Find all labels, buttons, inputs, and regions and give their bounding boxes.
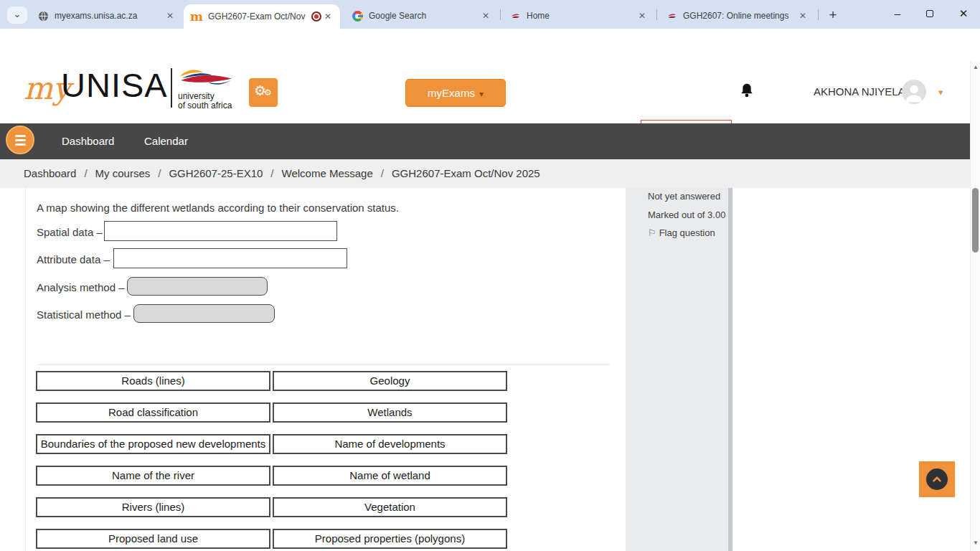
tab-title: myexams.unisa.ac.za <box>55 11 159 21</box>
unisa-flame-logo-icon <box>176 67 234 91</box>
inner-scrollbar[interactable] <box>728 188 732 551</box>
maximize-icon[interactable] <box>918 3 942 24</box>
site-header: my UNISA university of south africa ⚙ ⚙ … <box>0 61 970 123</box>
user-avatar[interactable] <box>902 80 926 104</box>
tab-title: GGH2607-Exam Oct/Nov <box>208 11 307 22</box>
tab-google-search[interactable]: Google Search ✕ <box>344 6 498 26</box>
tab-title: Home <box>527 11 631 21</box>
scrollbar-down-icon[interactable]: ▼ <box>971 540 980 546</box>
breadcrumb-course[interactable]: GGH2607-25-EX10 <box>169 167 263 179</box>
recording-indicator-icon <box>311 11 321 22</box>
drag-tile[interactable]: Wetlands <box>273 402 507 423</box>
close-icon[interactable]: ✕ <box>479 9 492 22</box>
flag-icon: ⚐ <box>648 227 656 238</box>
breadcrumb-separator: / <box>158 167 161 179</box>
notifications-bell-icon[interactable] <box>738 81 756 101</box>
tab-myexams[interactable]: myexams.unisa.ac.za ✕ <box>30 6 182 26</box>
myexams-label: myExams <box>428 87 475 99</box>
drag-tile[interactable]: Roads (lines) <box>36 371 270 391</box>
tab-divider <box>656 9 657 20</box>
nav-item-dashboard[interactable]: Dashboard <box>62 123 114 159</box>
tab-divider <box>818 9 819 20</box>
nav-item-calendar[interactable]: Calendar <box>144 123 188 159</box>
unisa-flame-icon <box>509 10 521 22</box>
drop-zone-analysis-method[interactable] <box>127 277 268 296</box>
breadcrumb-dashboard[interactable]: Dashboard <box>24 167 76 179</box>
drop-zone-statistical-method[interactable] <box>133 304 275 323</box>
drag-tile[interactable]: Boundaries of the proposed new developme… <box>36 434 270 454</box>
gear-icon: ⚙ <box>264 88 272 98</box>
drop-zone-spatial-data[interactable] <box>104 221 337 241</box>
breadcrumb-separator: / <box>84 167 87 179</box>
drag-tile[interactable]: Road classification <box>36 402 270 423</box>
scrollbar-up-icon[interactable]: ▲ <box>971 64 980 70</box>
tab-divider <box>500 9 501 20</box>
close-icon[interactable]: ✕ <box>321 10 334 23</box>
chevron-down-icon: ▾ <box>479 89 484 99</box>
question-info-box: Not yet answered Marked out of 3.00 ⚐Fla… <box>626 188 728 551</box>
tab-search-button[interactable]: ⌄ <box>7 6 27 24</box>
blank-label-analysis-method: Analysis method – <box>37 281 125 293</box>
browser-toolbar: ← → ⟳ caes.myexams.unisa.ac.za/mod/quiz/… <box>0 29 980 61</box>
blank-label-statistical-method: Statistical method – <box>37 309 131 321</box>
chevron-up-icon <box>926 468 948 490</box>
question-status: Not yet answered <box>648 191 720 202</box>
drag-tile[interactable]: Rivers (lines) <box>36 497 270 517</box>
close-icon[interactable]: ✕ <box>796 9 809 22</box>
close-icon[interactable]: ✕ <box>636 9 649 22</box>
drag-tile[interactable]: Proposed land use <box>36 529 270 549</box>
drag-tile[interactable]: Name of wetland <box>273 466 507 486</box>
breadcrumb-welcome-message[interactable]: Welcome Message <box>282 167 373 179</box>
main-nav: Dashboard Calendar <box>0 123 970 159</box>
browser-scrollbar[interactable]: ▲ ▼ <box>970 61 980 551</box>
tab-title: Google Search <box>369 11 475 21</box>
drop-zone-attribute-data[interactable] <box>113 248 347 268</box>
breadcrumb-my-courses[interactable]: My courses <box>95 167 151 179</box>
drag-tile[interactable]: Vegetation <box>273 497 507 517</box>
tab-home[interactable]: Home ✕ <box>502 6 654 26</box>
question-block-border <box>25 188 26 551</box>
breadcrumb-exam[interactable]: GGH2607-Exam Oct/Nov 2025 <box>392 167 540 179</box>
drag-tile[interactable]: Name of developments <box>273 434 507 454</box>
unisa-flame-icon <box>666 10 677 22</box>
breadcrumb-separator: / <box>381 167 384 179</box>
flag-question-link[interactable]: ⚐Flag question <box>648 227 715 238</box>
close-icon[interactable]: ✕ <box>164 9 176 22</box>
moodle-icon: m <box>191 11 202 22</box>
flag-question-label: Flag question <box>659 227 715 238</box>
google-icon <box>352 10 363 22</box>
myexams-dropdown-button[interactable]: myExams▾ <box>405 79 506 107</box>
minimize-icon[interactable]: – <box>885 3 910 24</box>
drag-tile[interactable]: Proposed properties (polygons) <box>273 529 507 549</box>
answer-area-divider <box>37 364 610 365</box>
drag-tile[interactable]: Geology <box>273 371 507 391</box>
tab-strip: ⌄ myexams.unisa.ac.za ✕ m GGH2607-Exam O… <box>0 0 980 29</box>
question-marks: Marked out of 3.00 <box>648 209 725 220</box>
question-intro-text: A map showing the different wetlands acc… <box>37 202 399 214</box>
tab-online-meetings[interactable]: GGH2607: Online meetings ✕ <box>659 6 815 26</box>
breadcrumb: Dashboard/My courses/GGH2607-25-EX10/Wel… <box>24 159 540 188</box>
tab-title: GGH2607: Online meetings <box>683 11 792 21</box>
quiz-content: A map showing the different wetlands acc… <box>0 188 970 551</box>
breadcrumb-separator: / <box>270 167 273 179</box>
drag-tile[interactable]: Name of the river <box>36 466 270 486</box>
scrollbar-thumb[interactable] <box>972 188 979 253</box>
logo-subtext-line2: of south africa <box>178 101 232 110</box>
hamburger-menu-icon[interactable] <box>6 126 34 154</box>
window-close-icon[interactable]: ✕ <box>951 3 976 24</box>
browser-window: ⌄ myexams.unisa.ac.za ✕ m GGH2607-Exam O… <box>0 0 980 551</box>
blank-label-attribute-data: Attribute data – <box>37 253 110 265</box>
user-name: AKHONA NJIYELA <box>814 85 905 98</box>
settings-gears-button[interactable]: ⚙ ⚙ <box>249 78 278 107</box>
logo-divider <box>171 68 172 108</box>
tab-exam-active[interactable]: m GGH2607-Exam Oct/Nov ✕ <box>184 4 340 29</box>
new-tab-button[interactable]: + <box>824 6 842 24</box>
breadcrumb-bar: Dashboard/My courses/GGH2607-25-EX10/Wel… <box>0 159 970 188</box>
blank-label-spatial-data: Spatial data – <box>37 226 103 238</box>
logo-unisa-text: UNISA <box>61 65 168 105</box>
scroll-to-top-button[interactable] <box>919 461 955 497</box>
user-menu-chevron-icon[interactable]: ▾ <box>938 87 943 98</box>
globe-icon <box>37 10 49 22</box>
